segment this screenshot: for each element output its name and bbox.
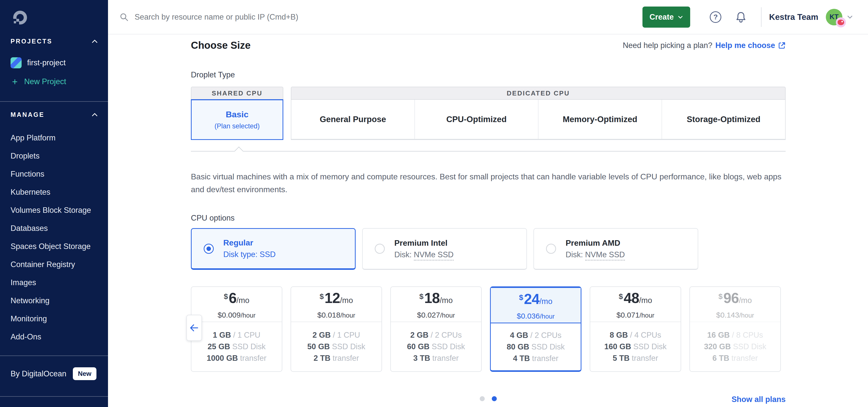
sidebar-item-monitoring[interactable]: Monitoring bbox=[0, 310, 108, 328]
plan-card-48mo[interactable]: $48/mo $0.071/hour 8 GB / 4 CPUs 160 GB … bbox=[590, 286, 681, 372]
plan-spec-transfer: 3 TB transfer bbox=[413, 352, 459, 364]
per-month-suffix: /mo bbox=[440, 296, 453, 305]
account-menu[interactable]: KT bbox=[826, 9, 842, 25]
by-digitalocean-label: By DigitalOcean bbox=[10, 369, 66, 378]
plan-spec-disk: 50 GB SSD Disk bbox=[307, 341, 366, 352]
tab-cpu-optimized[interactable]: CPU-Optimized bbox=[414, 100, 538, 139]
plan-hourly-price: $0.009 bbox=[217, 311, 241, 319]
sidebar-item-spaces-object-storage[interactable]: Spaces Object Storage bbox=[0, 238, 108, 255]
tab-storage-optimized[interactable]: Storage-Optimized bbox=[661, 100, 785, 139]
cpu-option-premium-amd[interactable]: Premium AMD Disk: NVMe SSD bbox=[533, 228, 698, 270]
cpu-option-disk: Disk: NVMe SSD bbox=[566, 250, 625, 259]
sidebar-item-networking[interactable]: Networking bbox=[0, 292, 108, 310]
radio-unselected-icon[interactable] bbox=[375, 244, 385, 254]
plan-spec-transfer: 5 TB transfer bbox=[613, 352, 658, 364]
chevron-down-icon bbox=[677, 14, 683, 20]
projects-section-header: PROJECTS bbox=[10, 38, 98, 45]
plan-spec-ram: 8 GB / 4 CPUs bbox=[610, 330, 661, 341]
sidebar-item-images[interactable]: Images bbox=[0, 274, 108, 292]
cpu-option-premium-intel[interactable]: Premium Intel Disk: NVMe SSD bbox=[362, 228, 527, 270]
plan-spec-ram: 1 GB / 1 CPU bbox=[213, 330, 260, 341]
caret-notch bbox=[234, 147, 244, 156]
plan-price: 48 bbox=[624, 290, 639, 306]
new-project-button[interactable]: + New Project bbox=[12, 77, 66, 87]
create-button[interactable]: Create bbox=[643, 6, 690, 28]
carousel-left-arrow-button[interactable] bbox=[186, 315, 202, 341]
manage-nav-list: App Platform Droplets Functions Kubernet… bbox=[0, 129, 108, 346]
cpu-option-title: Premium Intel bbox=[394, 239, 454, 248]
currency-symbol: $ bbox=[224, 292, 228, 301]
pagination-dot-2[interactable] bbox=[492, 396, 497, 401]
sidebar-divider bbox=[0, 355, 108, 356]
sidebar-footer: By DigitalOcean New bbox=[10, 367, 96, 380]
plan-selected-note: (Plan selected) bbox=[215, 122, 260, 130]
plan-price: 18 bbox=[424, 290, 439, 306]
radio-unselected-icon[interactable] bbox=[546, 244, 556, 254]
plan-spec-disk: 25 GB SSD Disk bbox=[208, 341, 266, 352]
cpu-option-cards: Regular Disk type: SSD Premium Intel Dis… bbox=[191, 228, 698, 270]
plan-price: 6 bbox=[229, 290, 237, 306]
help-link-label: Help me choose bbox=[715, 41, 775, 50]
help-me-choose-link[interactable]: Help me choose bbox=[715, 41, 786, 50]
sidebar-item-first-project[interactable]: first-project bbox=[10, 57, 66, 68]
plan-price: 96 bbox=[723, 290, 739, 306]
radio-selected-icon[interactable] bbox=[204, 244, 214, 254]
help-icon[interactable]: ? bbox=[710, 11, 721, 23]
cpu-option-title: Regular bbox=[223, 238, 276, 247]
nvme-ssd-tooltip-term[interactable]: NVMe SSD bbox=[585, 250, 625, 260]
plan-hourly-price: $0.143 bbox=[716, 311, 739, 319]
plan-spec-transfer: 6 TB transfer bbox=[713, 352, 758, 364]
tab-general-purpose[interactable]: General Purpose bbox=[291, 100, 414, 139]
cpu-option-disk: Disk: NVMe SSD bbox=[394, 250, 454, 259]
help-line: Need help picking a plan? Help me choose bbox=[623, 41, 786, 50]
plan-card-96mo[interactable]: $96/mo $0.143/hour 16 GB / 8 CPUs 320 GB… bbox=[689, 286, 781, 372]
sidebar-item-droplets[interactable]: Droplets bbox=[0, 147, 108, 165]
currency-symbol: $ bbox=[519, 293, 523, 302]
plan-spec-ram: 2 GB / 2 CPUs bbox=[410, 330, 462, 341]
plan-hourly-price: $0.071 bbox=[616, 311, 640, 319]
plan-hourly-price: $0.018 bbox=[317, 311, 340, 319]
project-name: first-project bbox=[27, 58, 66, 67]
sidebar-item-kubernetes[interactable]: Kubernetes bbox=[0, 183, 108, 201]
per-month-suffix: /mo bbox=[340, 296, 353, 305]
chevron-up-icon[interactable] bbox=[91, 112, 98, 118]
plan-spec-transfer: 2 TB transfer bbox=[314, 352, 359, 364]
notifications-bell-icon[interactable] bbox=[735, 11, 747, 23]
cpu-option-regular[interactable]: Regular Disk type: SSD bbox=[191, 228, 355, 270]
search-input[interactable] bbox=[134, 12, 411, 22]
new-badge: New bbox=[73, 367, 96, 380]
new-project-label: New Project bbox=[24, 77, 66, 86]
sidebar-item-functions[interactable]: Functions bbox=[0, 165, 108, 183]
sidebar-item-container-registry[interactable]: Container Registry bbox=[0, 255, 108, 274]
sidebar-item-add-ons[interactable]: Add-Ons bbox=[0, 328, 108, 346]
plan-card-12mo[interactable]: $12/mo $0.018/hour 2 GB / 1 CPU 50 GB SS… bbox=[290, 286, 382, 372]
show-all-plans-link[interactable]: Show all plans bbox=[732, 395, 786, 404]
plan-card-6mo[interactable]: $6/mo $0.009/hour 1 GB / 1 CPU 25 GB SSD… bbox=[191, 286, 282, 372]
sidebar-item-volumes-block-storage[interactable]: Volumes Block Storage bbox=[0, 201, 108, 219]
sidebar-item-databases[interactable]: Databases bbox=[0, 219, 108, 238]
create-label: Create bbox=[650, 12, 674, 22]
nvme-ssd-tooltip-term[interactable]: NVMe SSD bbox=[414, 250, 454, 260]
droplet-type-tabs: SHARED CPU Basic (Plan selected) DEDICAT… bbox=[191, 87, 786, 140]
plan-spec-disk: 320 GB SSD Disk bbox=[704, 341, 766, 352]
pagination-dot-1[interactable] bbox=[480, 396, 485, 401]
sidebar-divider bbox=[0, 101, 108, 102]
topbar-divider bbox=[761, 7, 762, 27]
tab-memory-optimized[interactable]: Memory-Optimized bbox=[538, 100, 661, 139]
droplet-create-page: PROJECTS first-project + New Project MAN… bbox=[0, 0, 868, 407]
sidebar-item-app-platform[interactable]: App Platform bbox=[0, 129, 108, 147]
chevron-down-icon[interactable] bbox=[846, 13, 854, 21]
external-link-icon bbox=[778, 42, 786, 49]
carousel-pagination bbox=[191, 396, 786, 401]
shared-cpu-column: SHARED CPU Basic (Plan selected) bbox=[191, 87, 283, 140]
team-name[interactable]: Kestra Team bbox=[769, 12, 818, 22]
tab-basic-selected[interactable]: Basic (Plan selected) bbox=[191, 99, 283, 140]
chevron-up-icon[interactable] bbox=[91, 38, 98, 45]
plan-card-18mo[interactable]: $18/mo $0.027/hour 2 GB / 2 CPUs 60 GB S… bbox=[390, 286, 482, 372]
per-hour-suffix: /hour bbox=[241, 312, 255, 319]
avatar-badge bbox=[836, 17, 846, 27]
currency-symbol: $ bbox=[320, 292, 324, 301]
selected-tab-pointer-rule bbox=[191, 151, 786, 152]
plan-card-24mo-selected[interactable]: $24/mo $0.036/hour 4 GB / 2 CPUs 80 GB S… bbox=[490, 286, 582, 372]
topbar-right: Create ? Kestra Team KT bbox=[643, 6, 868, 28]
